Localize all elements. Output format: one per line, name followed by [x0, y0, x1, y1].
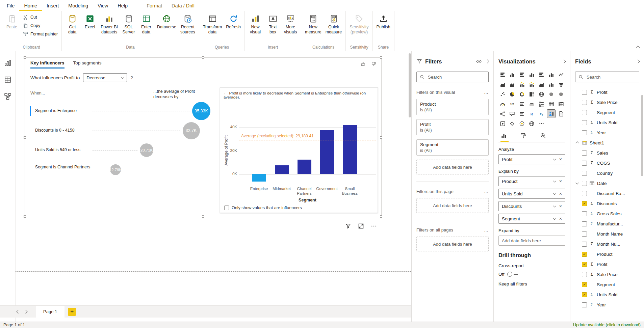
field-item-month-nu-[interactable]: ΣMonth Nu...: [575, 239, 639, 249]
ribbon-button-text-box[interactable]: Text box: [264, 12, 281, 35]
power-automate-icon[interactable]: [508, 119, 516, 128]
bar-government[interactable]: [320, 130, 334, 174]
fields-search-input[interactable]: [586, 74, 636, 80]
remove-field-icon[interactable]: ×: [559, 157, 562, 162]
field-item-sale-price[interactable]: ΣSale Price: [575, 269, 639, 279]
influence-direction-dropdown[interactable]: Decrease: [83, 73, 127, 82]
influencer-bubble[interactable]: 20.71K: [140, 143, 153, 157]
field-checkbox[interactable]: [582, 90, 587, 95]
100-stacked-column-chart-icon[interactable]: [547, 71, 555, 79]
field-item-segment[interactable]: Segment: [575, 107, 639, 117]
line-and-stacked-column-chart-icon[interactable]: [518, 80, 526, 88]
field-pill-units-sold[interactable]: Units Sold×: [498, 189, 565, 199]
influencer-label[interactable]: Discounts is 0 - 4158: [35, 128, 91, 133]
collapse-filters-pane-icon[interactable]: [485, 59, 489, 63]
ribbon-button-transform-data[interactable]: Transform data: [201, 12, 224, 35]
field-checkbox[interactable]: [582, 110, 587, 115]
remove-field-icon[interactable]: ×: [559, 216, 562, 221]
waterfall-chart-icon[interactable]: [547, 80, 555, 88]
filter-card-product[interactable]: Productis (All): [416, 99, 489, 115]
field-item-units-sold[interactable]: ΣUnits Sold: [575, 117, 639, 128]
help-icon[interactable]: ?: [130, 75, 133, 80]
gauge-icon[interactable]: [498, 100, 507, 108]
line-chart-icon[interactable]: [557, 71, 565, 79]
field-item-year[interactable]: ΣYear: [575, 128, 639, 138]
100-stacked-bar-chart-icon[interactable]: [537, 71, 545, 79]
field-checkbox[interactable]: [582, 282, 587, 287]
ribbon-chart-icon[interactable]: [537, 80, 545, 88]
ribbon-tab-modeling[interactable]: Modeling: [63, 0, 93, 11]
clustered-column-chart-icon[interactable]: [528, 71, 536, 79]
field-checkbox[interactable]: [582, 272, 587, 277]
key-influencers-visual[interactable]: Key influencersTop segments What influen…: [25, 57, 382, 217]
field-item-country[interactable]: Country: [575, 168, 639, 178]
filter-card-profit[interactable]: Profitis (All): [416, 119, 489, 135]
multi-row-card-icon[interactable]: [518, 100, 526, 108]
ribbon-button-more-visuals[interactable]: More visuals: [282, 12, 299, 35]
pie-chart-icon[interactable]: [508, 90, 516, 98]
area-chart-icon[interactable]: [498, 80, 507, 88]
influencer-bubble[interactable]: 35.33K: [192, 102, 210, 120]
field-item-year[interactable]: ΣYear: [575, 300, 639, 310]
ribbon-button-power-bi-datasets[interactable]: Power BI datasets: [99, 12, 120, 35]
remove-field-icon[interactable]: ×: [559, 191, 562, 196]
field-item-discounts[interactable]: ΣDiscounts: [575, 198, 639, 209]
selection-handle[interactable]: [202, 215, 204, 218]
field-item-cogs[interactable]: ΣCOGS: [575, 158, 639, 168]
report-canvas[interactable]: Key influencersTop segments What influen…: [16, 51, 411, 305]
q-and-a-icon[interactable]: [508, 110, 516, 118]
map-icon[interactable]: [537, 90, 545, 98]
field-checkbox[interactable]: [582, 191, 587, 196]
field-item-gross-sales[interactable]: ΣGross Sales: [575, 209, 639, 219]
field-checkbox[interactable]: [582, 252, 587, 257]
ribbon-button-recent-sources[interactable]: Recent sources: [179, 12, 197, 35]
filters-search-input[interactable]: [427, 74, 486, 80]
new-page-button[interactable]: +: [68, 308, 76, 316]
field-pill-discounts[interactable]: Discounts×: [498, 201, 565, 211]
field-checkbox[interactable]: [582, 231, 587, 237]
ribbon-button-new-measure[interactable]: New measure: [303, 12, 323, 35]
expand-up-icon[interactable]: [575, 141, 579, 144]
filters-search[interactable]: [416, 72, 489, 82]
visual-tab-key-influencers[interactable]: Key influencers: [30, 60, 65, 69]
selection-handle[interactable]: [202, 56, 204, 59]
add-data-fields-dropzone[interactable]: Add data fields here: [498, 236, 565, 246]
fields-scrollbar[interactable]: [641, 95, 643, 176]
stacked-bar-chart-icon[interactable]: [498, 71, 507, 79]
chevron-down-icon[interactable]: [553, 157, 556, 160]
field-pill-product[interactable]: Product×: [498, 176, 565, 186]
ribbon-button-format-painter[interactable]: Format painter: [21, 30, 59, 38]
filter-icon[interactable]: [345, 223, 352, 229]
selection-handle[interactable]: [380, 56, 382, 59]
field-item-profit[interactable]: ΣProfit: [575, 259, 639, 269]
ribbon-tab-view[interactable]: View: [93, 0, 113, 11]
fields-search[interactable]: [575, 72, 639, 82]
focus-mode-icon[interactable]: [358, 223, 364, 229]
add-data-fields-dropzone[interactable]: Add data fields here: [416, 237, 489, 251]
remove-field-icon[interactable]: ×: [559, 203, 562, 209]
next-page-arrow[interactable]: [24, 310, 27, 313]
ribbon-tab-insert[interactable]: Insert: [42, 0, 63, 11]
analytics-tab-icon[interactable]: [540, 132, 548, 142]
chevron-down-icon[interactable]: [553, 192, 556, 195]
field-checkbox[interactable]: [582, 302, 587, 307]
influencer-bubble[interactable]: 12.79K: [110, 164, 121, 175]
selection-handle[interactable]: [24, 215, 26, 218]
collapse-ribbon-icon[interactable]: [636, 46, 640, 49]
add-data-fields-dropzone[interactable]: Add data fields here: [416, 160, 489, 174]
field-checkbox[interactable]: [582, 151, 587, 156]
field-item-month-name[interactable]: Month Name: [575, 229, 639, 239]
add-data-fields-dropzone[interactable]: Add data fields here: [416, 198, 489, 213]
clustered-bar-chart-icon[interactable]: [518, 71, 526, 79]
ribbon-button-enter-data[interactable]: Enter data: [138, 12, 155, 35]
field-checkbox[interactable]: [582, 171, 587, 176]
matrix-icon[interactable]: [557, 100, 565, 108]
fields-tab-icon[interactable]: [500, 132, 509, 142]
field-item-manufactur-[interactable]: ΣManufactur...: [575, 219, 639, 229]
line-and-clustered-column-chart-icon[interactable]: [528, 80, 536, 88]
get-more-visuals-icon[interactable]: [537, 119, 545, 128]
selection-handle[interactable]: [24, 136, 26, 139]
rail-data-view-button[interactable]: [4, 76, 12, 84]
eye-icon[interactable]: [476, 58, 482, 64]
page-tab-page1[interactable]: Page 1: [36, 306, 65, 318]
